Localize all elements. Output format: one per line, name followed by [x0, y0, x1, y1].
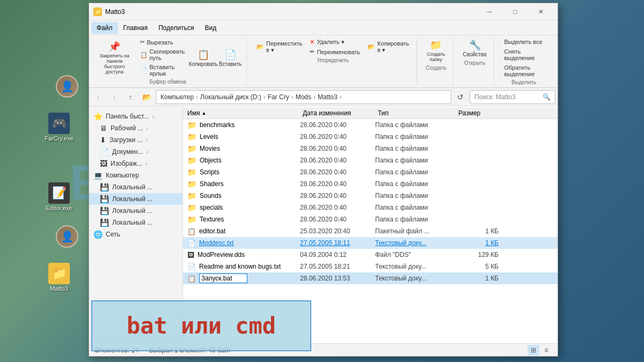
menu-view[interactable]: Вид [199, 22, 222, 34]
new-folder-button[interactable]: 📁 Создатьпапку [423, 38, 448, 64]
select-all-label: Выделить все [504, 39, 542, 45]
desktop-icon-farcry[interactable]: 🎮 FarCry.exe [40, 113, 78, 142]
specials-type: Папка с файлами [375, 204, 456, 211]
pin-button[interactable]: 📌 Закрепить на панелибыстрого доступа [93, 39, 136, 76]
col-date-header[interactable]: Дата изменения [303, 109, 378, 117]
file-row-modpreview[interactable]: 🖼 ModPreview.dds 04.09.2004 0:12 Файл "D… [183, 249, 558, 261]
copy-button[interactable]: 📋 Копировать [189, 47, 217, 69]
rename-button[interactable]: ✏ Переименовать [306, 47, 363, 56]
minimize-button[interactable]: ─ [477, 3, 502, 20]
up-button[interactable]: ↑ [123, 90, 137, 104]
sidebar-item-local-c[interactable]: 💾 Локальный ... [89, 181, 182, 193]
back-button[interactable]: ‹ [91, 90, 105, 104]
pin-label: Закрепить на панелибыстрого доступа [97, 53, 133, 75]
sidebar-item-images[interactable]: 🖼 Изображ... › [89, 158, 182, 169]
delete-button[interactable]: ✕ Удалить ▾ [306, 38, 363, 47]
path-sep-1: › [196, 93, 198, 101]
col-type-header[interactable]: Тип [378, 109, 458, 117]
objects-folder-icon: 📁 [187, 156, 196, 165]
levels-folder-icon: 📁 [187, 132, 196, 141]
matto3-label: Matto3 [50, 285, 68, 292]
cut-button[interactable]: ✂ Вырезать [137, 38, 188, 47]
view-list-button[interactable]: ≡ [540, 345, 552, 356]
menu-bar: Файл Главная Поделиться Вид [89, 20, 558, 35]
file-row-moddesc[interactable]: 📄 Moddesc.txt 27.05.2005 18:11 Текстовый… [183, 237, 558, 249]
shaders-name: Shaders [200, 180, 224, 188]
rename-icon: ✏ [310, 48, 314, 55]
desktop-icon-avatar1[interactable]: 👤 [48, 75, 86, 98]
delete-icon: ✕ [310, 39, 314, 46]
path-disk[interactable]: Локальный диск (D:) [200, 93, 261, 101]
sidebar-item-documents[interactable]: 📄 Докумен... › [89, 146, 182, 158]
benchmarks-name: benchmarks [200, 121, 235, 129]
editor-label: Editor.exe [46, 205, 72, 211]
file-row-zapusk[interactable]: 📋 28.06.2020 13:53 Текстовый доку... 1 К… [183, 272, 558, 284]
menu-file[interactable]: Файл [91, 22, 118, 34]
file-row-objects[interactable]: 📁Objects 28.06.2020 0:40 Папка с файлами [183, 154, 558, 166]
deselect-label: Снять выделение [504, 48, 544, 61]
address-bar: ‹ › ↑ 📂 Компьютер › Локальный диск (D:) … [89, 88, 558, 106]
select-all-button[interactable]: Выделить все [501, 38, 547, 46]
forward-button[interactable]: › [107, 90, 121, 104]
file-row-benchmarks[interactable]: 📁benchmarks 28.06.2020 0:40 Папка с файл… [183, 119, 558, 131]
file-row-readme[interactable]: 📄 Readme and known bugs.txt 27.05.2005 1… [183, 261, 558, 272]
file-row-sounds[interactable]: 📁Sounds 28.06.2020 0:40 Папка с файлами [183, 190, 558, 202]
quickaccess-label: Панель быст... [106, 113, 149, 120]
zapusk-rename-input[interactable] [199, 274, 247, 283]
maximize-button[interactable]: □ [503, 3, 528, 20]
ribbon-group-select: Выделить все Снять выделение Обратить вы… [501, 38, 551, 85]
menu-share[interactable]: Поделиться [153, 22, 199, 34]
sidebar-item-computer[interactable]: 💻 Компьютер [89, 169, 182, 181]
move-to-button[interactable]: 📂 Переместить в ▾ [253, 39, 305, 55]
file-row-shaders[interactable]: 📁Shaders 28.06.2020 0:40 Папка с файлами [183, 178, 558, 190]
sidebar-item-downloads[interactable]: ⬇ Загрузки ... › [89, 134, 182, 146]
column-headers: Имя ▲ Дата изменения Тип Размер [183, 107, 558, 119]
sidebar-item-desktop[interactable]: 🖥 Рабочий ... › [89, 122, 182, 134]
images-arrow: › [145, 161, 147, 167]
desktop-icon-avatar2[interactable]: 👤 [48, 225, 86, 248]
copy-path-button[interactable]: 📋 Скопировать путь [137, 47, 188, 62]
sidebar-item-local-f[interactable]: 💾 Локальный ... [89, 217, 182, 228]
col-size-header[interactable]: Размер [458, 109, 501, 117]
search-box[interactable]: Поиск: Matto3 🔍 [470, 90, 555, 104]
file-row-levels[interactable]: 📁Levels 28.06.2020 0:40 Папка с файлами [183, 131, 558, 143]
path-mods[interactable]: Mods [296, 93, 311, 101]
editorbat-icon: 📋 [187, 227, 196, 235]
invert-button[interactable]: Обратить выделение [501, 63, 547, 78]
paste-shortcut-button[interactable]: 📄 Вставить ярлык [137, 63, 188, 78]
downloads-icon: ⬇ [100, 136, 106, 144]
file-row-movies[interactable]: 📁Movies 28.06.2020 0:40 Папка с файлами [183, 143, 558, 154]
sidebar-item-quickaccess[interactable]: ⭐ Панель быст... › [89, 110, 182, 122]
documents-icon: 📄 [100, 147, 109, 156]
file-row-scripts[interactable]: 📁Scripts 28.06.2020 0:40 Папка с файлами [183, 166, 558, 178]
copy-to-button[interactable]: 📂 Копировать в ▾ [364, 39, 412, 55]
sidebar-item-network[interactable]: 🌐 Сеть [89, 228, 182, 240]
refresh-button[interactable]: ↺ [453, 90, 467, 104]
file-row-specials[interactable]: 📁specials 28.06.2020 0:40 Папка с файлам… [183, 202, 558, 213]
view-details-button[interactable]: ⊞ [528, 345, 539, 356]
moddesc-date: 27.05.2005 18:11 [300, 239, 375, 247]
paste-button[interactable]: 📄 Вставить [218, 47, 242, 69]
desktop-icon-editor[interactable]: 📝 Editor.exe [40, 182, 78, 211]
file-row-editor-bat[interactable]: 📋 editor.bat 25.03.2020 20:40 Пакетный ф… [183, 225, 558, 237]
path-computer[interactable]: Компьютер [160, 93, 194, 101]
path-matto3[interactable]: Matto3 [318, 93, 338, 101]
properties-button[interactable]: 🔧 Свойства [460, 38, 490, 59]
path-farcry[interactable]: Far Cry [268, 93, 289, 101]
sidebar-item-local-d[interactable]: 💾 Локальный ... [89, 193, 182, 205]
menu-home[interactable]: Главная [118, 22, 153, 34]
farcry-label: FarCry.exe [45, 135, 74, 142]
sidebar-item-local-e[interactable]: 💾 Локальный ... [89, 205, 182, 217]
deselect-button[interactable]: Снять выделение [501, 47, 547, 62]
col-type-label: Тип [378, 109, 389, 117]
close-button[interactable]: ✕ [529, 3, 553, 20]
address-path[interactable]: Компьютер › Локальный диск (D:) › Far Cr… [156, 90, 451, 104]
local-d-label: Локальный ... [112, 195, 152, 203]
col-name-header[interactable]: Имя ▲ [187, 109, 303, 117]
scripts-name: Scripts [200, 168, 219, 176]
file-row-textures[interactable]: 📁Textures 28.06.2020 0:40 Папка с файлам… [183, 213, 558, 225]
editor-icon: 📝 [48, 182, 70, 204]
desktop-icon-matto3[interactable]: 📁 Matto3 [40, 263, 78, 292]
scripts-folder-icon: 📁 [187, 168, 196, 176]
modpreview-date: 04.09.2004 0:12 [300, 251, 375, 258]
